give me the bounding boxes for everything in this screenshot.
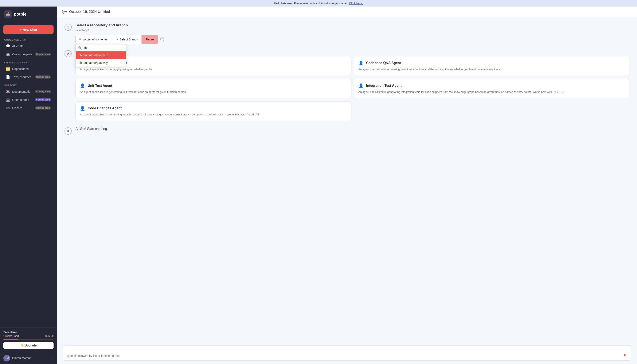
main-header: 💬 October 16, 2024 Untitled (57, 6, 637, 17)
user-arrow-icon: → (50, 356, 54, 360)
banner-link[interactable]: Click here. (349, 2, 363, 5)
documentation-label: Documentation (12, 90, 32, 93)
step-2-title: Choose an Agent (76, 50, 629, 54)
integration-test-desc: An agent specialized in generating integ… (358, 90, 625, 94)
agent-card-integration-test[interactable]: 👤 Integration Test Agent An agent specia… (354, 79, 629, 98)
branch-icon: ⑂ (116, 38, 118, 41)
logo-icon: 🥧 (4, 10, 12, 18)
codebase-qa-icon: 👤 (358, 60, 364, 66)
search-dropdown: 🔍 dhirenmathur/gymhero dhirenmathur/gate… (76, 44, 126, 67)
dropdown-item-gymhero[interactable]: dhirenmathur/gymhero (76, 52, 126, 59)
discord-badge: Coming soon (35, 106, 51, 110)
branch-select-button[interactable]: ⑂ Select Branch (113, 35, 142, 44)
repo-label: potpie-ai/momentum (83, 38, 109, 41)
sidebar-footer: Free Plan Credits used 15/5.0k ✨ Upgrade (0, 327, 57, 352)
agent-card-codebase-qa[interactable]: 👤 Codebase Q&A Agent An agent specialize… (354, 56, 629, 76)
custom-agents-badge: Coming soon (35, 53, 51, 56)
banner-text: Hello beta user! Please refer to this No… (274, 2, 348, 5)
text-resources-label: Text resources (12, 76, 32, 79)
discord-label: Discord (12, 106, 22, 110)
open-source-badge: Coming soon (35, 98, 51, 101)
step-1-circle: 1 (65, 24, 72, 31)
code-changes-desc: An agent specialized in generating detai… (80, 112, 347, 117)
repo-bar: ⑂ potpie-ai/momentum ⑂ Select Branch Par… (76, 35, 629, 44)
app-name: potpie (14, 12, 27, 17)
step-1-row: 1 Select a repository and branch need he… (65, 23, 629, 44)
step-1-title: Select a repository and branch (76, 23, 629, 28)
avatar: DM (3, 355, 10, 362)
search-icon: 🔍 (78, 46, 82, 50)
sidebar-item-custom-agents[interactable]: 🤖 Custom Agents Coming soon (2, 50, 55, 58)
top-banner: Hello beta user! Please refer to this No… (0, 0, 637, 6)
sidebar-item-discord[interactable]: 🎮 Discord Coming soon (2, 104, 55, 112)
section-label-knowledge: Knowledge Base (0, 58, 57, 65)
section-label-support: Support (0, 81, 57, 88)
section-label-codebase: Codebase Chat (0, 36, 57, 42)
need-help-link[interactable]: need help? (76, 29, 89, 32)
sidebar-item-open-source[interactable]: 💻 Open source Coming soon (2, 96, 55, 104)
credits-bar-fill (3, 339, 18, 340)
step-3-content: All Set! Start chatting. (76, 127, 629, 131)
sidebar-item-repositories[interactable]: 🗂️ Repositories (2, 65, 55, 73)
doc-icon: 📄 (6, 75, 10, 79)
robot-icon: 🤖 (6, 52, 10, 56)
sidebar-item-text-resources[interactable]: 📄 Text resources Coming soon (2, 73, 55, 81)
custom-agents-label: Custom Agents (12, 53, 32, 56)
repositories-label: Repositories (12, 67, 29, 70)
agent-grid: 🕸️ Knowledge Graph Agent An agent specia… (76, 56, 629, 121)
text-resources-badge: Coming soon (35, 76, 51, 78)
credits-bar-background (3, 339, 54, 340)
docs-badge: Coming soon (35, 90, 51, 93)
page-title: October 16, 2024 Untitled (69, 10, 110, 14)
chat-input-area: ➤ (57, 342, 637, 364)
credits-value: 15/5.0k (45, 334, 54, 338)
dropdown-item-gateway[interactable]: dhirenmathur/gateway (76, 59, 126, 66)
logo-area: 🥧 potpie (0, 6, 57, 22)
info-button[interactable]: ⓘ (160, 37, 164, 42)
unit-test-icon: 👤 (80, 83, 85, 88)
repo-select-button[interactable]: ⑂ potpie-ai/momentum (76, 35, 113, 44)
sidebar-item-documentation[interactable]: 📚 Documentation Coming soon (2, 88, 55, 96)
credits-label: Credits used (3, 334, 19, 338)
search-input[interactable] (84, 46, 123, 50)
chat-input[interactable] (66, 354, 622, 358)
code-icon: 💻 (6, 98, 10, 102)
open-source-label: Open source (12, 98, 29, 102)
chat-input-box: ➤ (63, 346, 631, 361)
step-2-row: 2 Choose an Agent 🕸️ Knowledge Graph Age… (65, 50, 629, 121)
knowledge-graph-desc: An agent specialized in debugging using … (80, 67, 347, 72)
sidebar: 🥧 potpie + New Chat Codebase Chat 💬 All … (0, 6, 57, 364)
folder-icon: 🗂️ (6, 67, 10, 71)
main-body: 1 Select a repository and branch need he… (57, 17, 637, 342)
sidebar-item-all-chats[interactable]: 💬 All chats (2, 42, 55, 50)
step-2-circle: 2 (65, 50, 72, 57)
chat-icon: 💬 (6, 44, 10, 48)
code-changes-name: Code Changes Agent (88, 106, 122, 110)
user-row[interactable]: DM Dhiren Mathur → (0, 352, 57, 364)
step-3-title: All Set! Start chatting. (76, 127, 629, 131)
step-1-content: Select a repository and branch need help… (76, 23, 629, 44)
codebase-qa-desc: An agent specialized in answering questi… (358, 67, 625, 72)
book-icon: 📚 (6, 90, 10, 94)
agent-card-code-changes[interactable]: 👤 Code Changes Agent An agent specialize… (76, 101, 351, 121)
step-2-content: Choose an Agent 🕸️ Knowledge Graph Agent… (76, 50, 629, 121)
step-3-circle: 3 (65, 128, 72, 134)
user-name: Dhiren Mathur (12, 356, 48, 360)
header-chat-icon: 💬 (62, 10, 67, 14)
agent-card-unit-test[interactable]: 👤 Unit Test Agent An agent specialized i… (76, 79, 351, 98)
codebase-qa-name: Codebase Q&A Agent (366, 61, 401, 65)
parse-button[interactable]: Parse (142, 35, 158, 44)
new-chat-button[interactable]: + New Chat (3, 25, 54, 34)
upgrade-button[interactable]: ✨ Upgrade (3, 342, 54, 349)
repo-icon: ⑂ (79, 38, 81, 41)
avatar-initials: DM (5, 356, 9, 360)
main-panel: 💬 October 16, 2024 Untitled 1 Select a r… (57, 6, 637, 364)
step-3-row: 3 All Set! Start chatting. (65, 127, 629, 134)
all-chats-label: All chats (12, 44, 24, 48)
send-button[interactable]: ➤ (622, 352, 627, 358)
credits-row: Credits used 15/5.0k (3, 334, 54, 338)
integration-test-name: Integration Test Agent (366, 84, 402, 88)
code-changes-icon: 👤 (80, 106, 85, 111)
integration-test-icon: 👤 (358, 83, 364, 88)
plan-title: Free Plan (3, 330, 54, 334)
